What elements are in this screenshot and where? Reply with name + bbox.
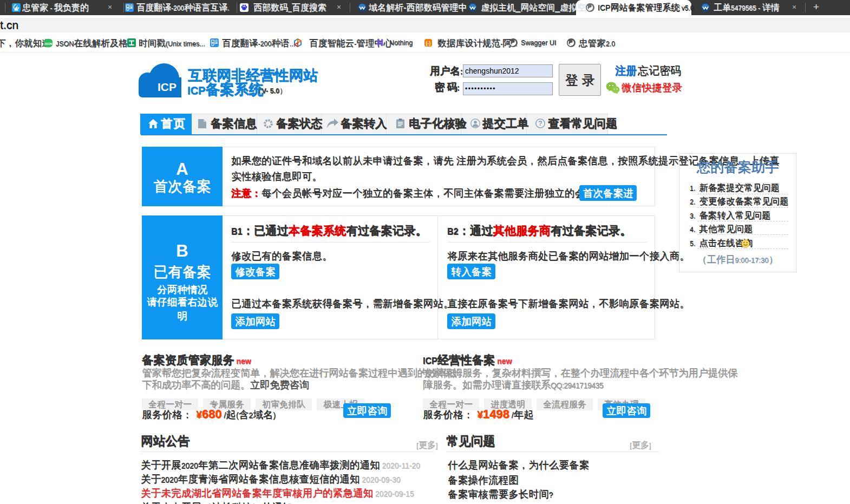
svg-text:JSON: JSON bbox=[44, 42, 53, 45]
svg-text:(-): (-) bbox=[426, 41, 431, 46]
svg-text:ICP: ICP bbox=[158, 81, 176, 93]
svg-text:?: ? bbox=[538, 120, 542, 127]
